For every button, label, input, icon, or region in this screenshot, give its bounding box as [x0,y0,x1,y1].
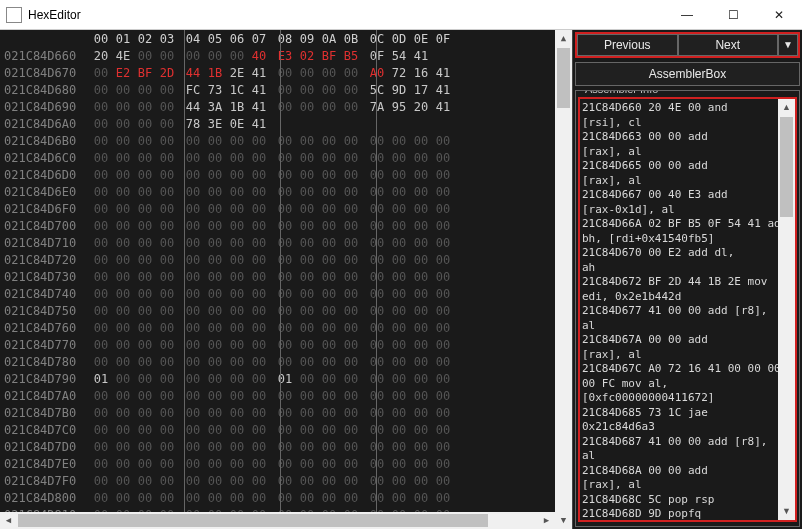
asm-line[interactable]: 21C84D660 20 4E 00 and [582,101,793,116]
horizontal-scrollbar[interactable]: ◀ ▶ [0,512,555,529]
right-panel: Previous Next ▼ AssemblerBox Assembler I… [572,30,802,529]
hex-row[interactable]: 021C84D6A000000000783E0E41 [0,116,572,133]
asm-line[interactable]: 21C84D685 73 1C jae [582,406,793,421]
asm-line[interactable]: 0x21c84d6a3 [582,420,793,435]
nav-row: Previous Next ▼ [575,32,800,58]
scroll-right-icon[interactable]: ▶ [538,512,555,529]
minimize-button[interactable]: — [664,0,710,30]
scroll-thumb-h[interactable] [18,514,488,527]
dropdown-toggle[interactable]: ▼ [778,34,798,56]
hex-row[interactable]: 021C84D780000000000000000000000000000000… [0,354,572,371]
hex-row[interactable]: 021C84D740000000000000000000000000000000… [0,286,572,303]
hex-row[interactable]: 021C84D6E0000000000000000000000000000000… [0,184,572,201]
hex-row[interactable]: 021C84D790010000000000000001000000000000… [0,371,572,388]
hex-row[interactable]: 021C84D700000000000000000000000000000000… [0,218,572,235]
hex-row[interactable]: 021C84D68000000000FC731C41000000005C9D17… [0,82,572,99]
asm-line[interactable]: [rax], al [582,145,793,160]
asm-line[interactable]: 21C84D667 00 40 E3 add [582,188,793,203]
assembler-info-group: Assembler Info 21C84D660 20 4E 00 and[rs… [575,90,800,527]
asm-line[interactable]: 21C84D67C A0 72 16 41 00 00 00 [582,362,793,377]
close-button[interactable]: ✕ [756,0,802,30]
hex-view[interactable]: X000102030405060708090A0B0C0D0E0F 021C84… [0,30,572,529]
asm-line[interactable]: 21C84D66A 02 BF B5 0F 54 41 add [582,217,793,232]
assembler-info-title: Assembler Info [582,90,661,95]
hex-column-header: X000102030405060708090A0B0C0D0E0F [0,30,572,48]
asm-scrollbar[interactable]: ▲ ▼ [778,99,795,520]
hex-row[interactable]: 021C84D6D0000000000000000000000000000000… [0,167,572,184]
hex-row[interactable]: 021C84D660204E000000000040E302BFB50F5441 [0,48,572,65]
scroll-up-icon[interactable]: ▲ [555,30,572,47]
hex-row[interactable]: 021C84D7B0000000000000000000000000000000… [0,405,572,422]
hex-row[interactable]: 021C84D7A0000000000000000000000000000000… [0,388,572,405]
hex-row[interactable]: 021C84D7F0000000000000000000000000000000… [0,473,572,490]
app-icon [6,7,22,23]
asm-line[interactable]: [0xfc00000000411672] [582,391,793,406]
hex-row[interactable]: 021C84D710000000000000000000000000000000… [0,235,572,252]
asm-line[interactable]: 21C84D68D 9D popfq [582,507,793,522]
scroll-thumb[interactable] [557,48,570,108]
asm-line[interactable]: edi, 0x2e1b442d [582,290,793,305]
asm-line[interactable]: [rax], al [582,478,793,493]
asm-line[interactable]: 21C84D677 41 00 00 add [r8], [582,304,793,319]
hex-row[interactable]: 021C84D800000000000000000000000000000000… [0,490,572,507]
asm-line[interactable]: 21C84D68A 00 00 add [582,464,793,479]
hex-row[interactable]: 021C84D750000000000000000000000000000000… [0,303,572,320]
next-button[interactable]: Next [678,34,779,56]
hex-row[interactable]: 021C84D67000E2BF2D441B2E4100000000A07216… [0,65,572,82]
asm-line[interactable]: 00 FC mov al, [582,377,793,392]
scroll-up-icon[interactable]: ▲ [778,99,795,116]
hex-row[interactable]: 021C84D760000000000000000000000000000000… [0,320,572,337]
asm-line[interactable]: al [582,319,793,334]
hex-row[interactable]: 021C84D770000000000000000000000000000000… [0,337,572,354]
hex-row[interactable]: 021C84D6C0000000000000000000000000000000… [0,150,572,167]
hex-row[interactable]: 021C84D6F0000000000000000000000000000000… [0,201,572,218]
asm-line[interactable]: bh, [rdi+0x41540fb5] [582,232,793,247]
asm-line[interactable]: 21C84D665 00 00 add [582,159,793,174]
asm-line[interactable]: 21C84D670 00 E2 add dl, [582,246,793,261]
assembler-listing[interactable]: 21C84D660 20 4E 00 and[rsi], cl21C84D663… [580,99,795,522]
asm-line[interactable]: [rax-0x1d], al [582,203,793,218]
hex-row[interactable]: 021C84D720000000000000000000000000000000… [0,252,572,269]
asm-scroll-thumb[interactable] [780,117,793,217]
asm-line[interactable]: [rax], al [582,174,793,189]
hex-row[interactable]: 021C84D7D0000000000000000000000000000000… [0,439,572,456]
asm-line[interactable]: [rax], al [582,348,793,363]
asm-line[interactable]: 21C84D68C 5C pop rsp [582,493,793,508]
hex-row[interactable]: 021C84D69000000000443A1B41000000007A9520… [0,99,572,116]
hex-row[interactable]: 021C84D730000000000000000000000000000000… [0,269,572,286]
hex-row[interactable]: 021C84D7C0000000000000000000000000000000… [0,422,572,439]
scroll-down-icon[interactable]: ▼ [778,503,795,520]
asm-line[interactable]: [rsi], cl [582,116,793,131]
window-title: HexEditor [28,8,81,22]
asm-line[interactable]: 21C84D67A 00 00 add [582,333,793,348]
vertical-scrollbar[interactable]: ▲ ▼ [555,30,572,529]
asm-line[interactable]: 21C84D672 BF 2D 44 1B 2E mov [582,275,793,290]
maximize-button[interactable]: ☐ [710,0,756,30]
title-bar: HexEditor — ☐ ✕ [0,0,802,30]
asm-line[interactable]: 21C84D68E 17 invalid [582,522,793,523]
asm-line[interactable]: al [582,449,793,464]
hex-row[interactable]: 021C84D6B0000000000000000000000000000000… [0,133,572,150]
hex-row[interactable]: 021C84D7E0000000000000000000000000000000… [0,456,572,473]
scroll-left-icon[interactable]: ◀ [0,512,17,529]
assembler-box-label: AssemblerBox [575,62,800,86]
previous-button[interactable]: Previous [577,34,678,56]
asm-line[interactable]: 21C84D663 00 00 add [582,130,793,145]
asm-line[interactable]: 21C84D687 41 00 00 add [r8], [582,435,793,450]
asm-line[interactable]: ah [582,261,793,276]
scroll-down-icon[interactable]: ▼ [555,512,572,529]
